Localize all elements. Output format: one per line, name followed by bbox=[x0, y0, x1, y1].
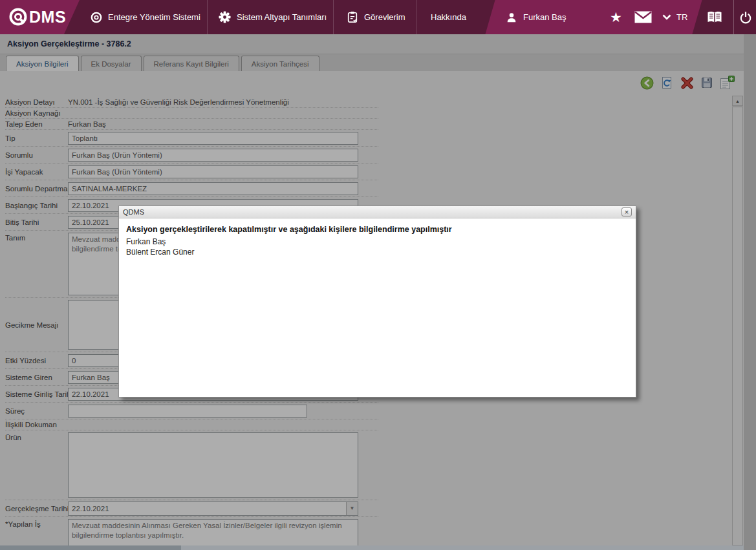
dialog-titlebar: QDMS × bbox=[119, 206, 636, 218]
user-name: Furkan Baş bbox=[523, 12, 566, 22]
app-window: DMS Entegre Yönetim Sistemi bbox=[0, 0, 756, 550]
nav-item-entegre-yonetim-sistemi[interactable]: Entegre Yönetim Sistemi bbox=[91, 0, 200, 34]
nav-divider bbox=[333, 0, 334, 34]
gear-icon bbox=[219, 11, 231, 23]
nav-divider bbox=[416, 0, 416, 34]
logout-button[interactable] bbox=[739, 0, 752, 34]
language-dropdown[interactable]: TR bbox=[662, 0, 687, 34]
tasks-clipboard-icon bbox=[347, 11, 358, 23]
user-icon bbox=[506, 12, 517, 23]
nav-item-gorevlerim[interactable]: Görevlerim bbox=[347, 0, 405, 34]
nav-divider bbox=[733, 0, 734, 34]
user-menu[interactable]: Furkan Baş bbox=[506, 0, 566, 34]
nav-item-label: Görevlerim bbox=[364, 12, 405, 22]
favorites-button[interactable]: ★ bbox=[610, 0, 622, 34]
nav-item-label: Entegre Yönetim Sistemi bbox=[108, 12, 200, 22]
nav-item-label: Hakkında bbox=[431, 12, 466, 22]
envelope-icon bbox=[634, 11, 652, 23]
nav-divider bbox=[207, 0, 208, 34]
notified-person: Furkan Baş bbox=[126, 237, 629, 247]
brand-text: DMS bbox=[29, 8, 66, 26]
help-library-button[interactable] bbox=[706, 0, 723, 34]
power-icon bbox=[739, 10, 752, 24]
dialog-close-button[interactable]: × bbox=[621, 207, 632, 217]
qdms-logo[interactable]: DMS bbox=[8, 7, 66, 26]
star-icon: ★ bbox=[610, 10, 622, 25]
nav-item-hakkinda[interactable]: Hakkında bbox=[431, 0, 466, 34]
open-book-icon bbox=[706, 10, 723, 25]
nav-item-label: Sistem Altyapı Tanımları bbox=[237, 12, 327, 22]
notified-person: Bülent Ercan Güner bbox=[126, 247, 629, 257]
qdms-logo-icon bbox=[8, 7, 28, 26]
dialog-body: Aksiyon gerçekleştirilerek kapatılmıştır… bbox=[119, 218, 636, 264]
qdms-message-dialog: QDMS × Aksiyon gerçekleştirilerek kapatı… bbox=[118, 206, 636, 397]
dialog-title: QDMS bbox=[123, 208, 144, 216]
nav-item-sistem-altyapi-tanimlari[interactable]: Sistem Altyapı Tanımları bbox=[219, 0, 327, 34]
dialog-message: Aksiyon gerçekleştirilerek kapatılmıştır… bbox=[126, 225, 629, 234]
language-code: TR bbox=[676, 12, 687, 22]
top-nav: DMS Entegre Yönetim Sistemi bbox=[0, 0, 756, 34]
messages-button[interactable] bbox=[634, 0, 652, 34]
close-x-icon: × bbox=[625, 208, 629, 216]
qdms-ring-icon bbox=[91, 12, 102, 23]
chevron-down-icon bbox=[662, 14, 671, 20]
